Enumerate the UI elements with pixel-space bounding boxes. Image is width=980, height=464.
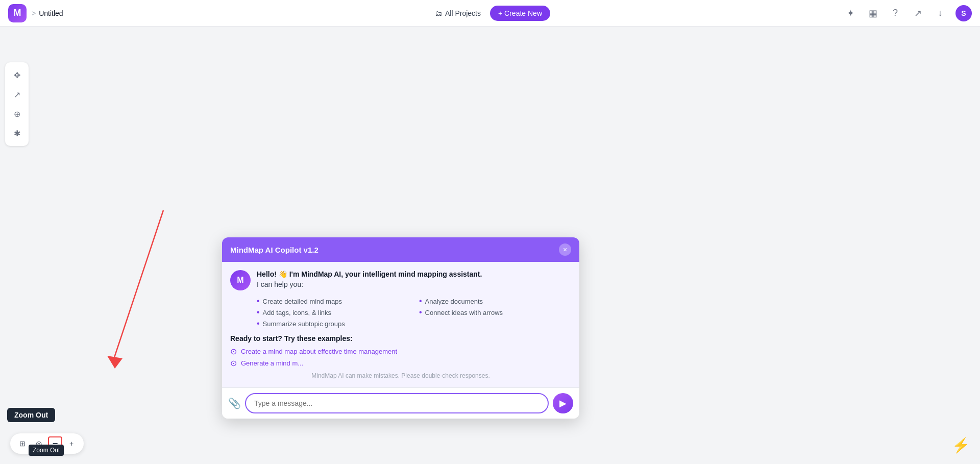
header-right: ✦ ▦ ? ↗ ↓ S [843,5,972,21]
example-text-1: Create a mind map about effective time m… [241,348,397,355]
copilot-avatar: M [230,270,251,290]
connect-icon[interactable]: ↗ [9,87,24,102]
help-icon[interactable]: ? [888,6,902,20]
all-projects-button[interactable]: 🗂 All Projects [430,6,486,20]
copilot-example-1[interactable]: ⊙ Create a mind map about effective time… [230,347,571,356]
attach-icon[interactable]: 📎 [228,397,241,409]
copilot-features: Create detailed mind maps Analyze docume… [230,297,571,328]
svg-marker-1 [107,356,122,369]
feature-5: Connect ideas with arrows [419,308,571,317]
zoom-out-tooltip: Zoom Out [29,445,64,456]
copilot-example-2[interactable]: ⊙ Generate a mind m... [230,358,571,368]
copilot-intro: M Hello! 👋 I'm MindMap AI, your intellig… [230,270,571,290]
panel-icon[interactable]: ▦ [866,6,880,20]
canvas[interactable]: ✥ ↗ ⊕ ✱ Zoom Out ⊞ ◎ − + Zoom Out New To… [0,27,980,464]
copilot-close-button[interactable]: × [559,243,571,256]
folder-icon: 🗂 [435,9,442,17]
shape-icon[interactable]: ✱ [9,126,24,141]
move-tool-icon[interactable]: ✥ [9,67,24,83]
copilot-input-area: 📎 ▶ [222,387,579,419]
feature-4: Analyze documents [419,297,571,306]
avatar[interactable]: S [955,5,972,21]
svg-line-0 [112,210,163,363]
feature-2: Add tags, icons, & links [257,308,409,317]
breadcrumb-separator: > [32,9,36,17]
copilot-disclaimer: MindMap AI can make mistakes. Please dou… [230,372,571,379]
copilot-greeting: Hello! 👋 I'm MindMap AI, your intelligen… [257,270,482,278]
fit-screen-icon[interactable]: ⊞ [15,436,30,451]
copilot-panel: MindMap AI Copilot v1.2 × M Hello! 👋 I'm… [222,237,579,419]
send-button[interactable]: ▶ [553,393,573,413]
share-icon[interactable]: ↗ [911,6,925,20]
copilot-ready-text: Ready to start? Try these examples: [230,334,571,343]
send-icon: ▶ [559,398,567,409]
copilot-intro-content: Hello! 👋 I'm MindMap AI, your intelligen… [257,270,482,288]
copilot-body: M Hello! 👋 I'm MindMap AI, your intellig… [222,262,579,387]
page-title: Untitled [39,9,63,17]
example-icon-2: ⊙ [230,358,237,368]
left-toolbar: ✥ ↗ ⊕ ✱ [5,62,29,146]
example-icon-1: ⊙ [230,347,237,356]
download-icon[interactable]: ↓ [933,6,947,20]
add-icon[interactable]: ⊕ [9,106,24,121]
copilot-can-help: I can help you: [257,280,482,288]
copilot-title: MindMap AI Copilot v1.2 [230,246,318,254]
create-new-button[interactable]: + Create New [490,6,550,21]
settings-icon[interactable]: ✦ [843,6,857,20]
example-text-2: Generate a mind m... [241,359,303,367]
feature-3: Summarize subtopic groups [257,319,409,328]
lightning-button[interactable]: ⚡ [952,437,970,454]
message-input[interactable] [245,393,549,413]
header: M > Untitled 🗂 All Projects + Create New… [0,0,980,27]
annotation-arrow [87,205,189,374]
zoom-in-button[interactable]: + [64,436,79,451]
copilot-header: MindMap AI Copilot v1.2 × [222,237,579,262]
zoom-out-annotation-label: Zoom Out [7,408,55,422]
breadcrumb: > Untitled [32,9,63,17]
feature-1: Create detailed mind maps [257,297,409,306]
header-center: 🗂 All Projects + Create New [430,6,550,21]
app-logo[interactable]: M [8,4,27,22]
